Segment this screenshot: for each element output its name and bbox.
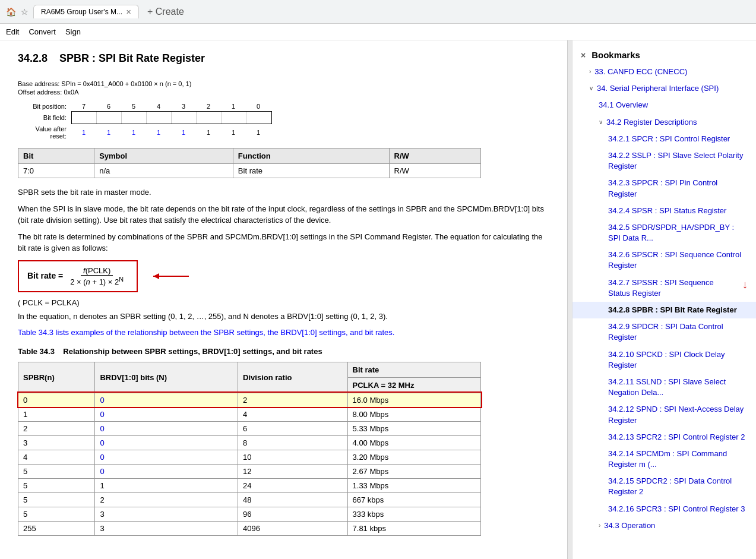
sidebar-header: × Bookmarks xyxy=(572,46,756,64)
sidebar-item[interactable]: 34.2.1 SPCR : SPI Control Register xyxy=(572,131,756,147)
svg-marker-1 xyxy=(153,273,159,279)
col-pclka: PCLKA = 32 MHz xyxy=(347,377,480,393)
sidebar-item[interactable]: ∨34.2 Register Descriptions xyxy=(572,114,756,131)
menu-convert[interactable]: Convert xyxy=(29,27,56,36)
col-div: Division ratio xyxy=(238,362,347,393)
reg-symbol: n/a xyxy=(94,164,233,178)
star-icon[interactable]: ☆ xyxy=(21,7,29,17)
bf-3 xyxy=(172,112,197,124)
table-row: 5396333 kbps xyxy=(18,507,481,521)
offset-address: Offset address: 0x0A xyxy=(18,89,549,96)
bookmark-label: 34.2.11 SSLND : SPI Slave Select Negatio… xyxy=(608,377,748,398)
bit-pos-1: 1 xyxy=(221,103,246,110)
new-tab-button[interactable]: + Create xyxy=(144,5,188,18)
main-layout: 34.2.8 SPBR : SPI Bit Rate Register Base… xyxy=(0,40,756,559)
table-row: 50122.67 Mbps xyxy=(18,464,481,478)
bit-pos-0: 0 xyxy=(246,103,271,110)
register-table: Bit Symbol Function R/W 7:0 n/a Bit rate… xyxy=(18,148,481,178)
value-after-reset-cells: 1 1 1 1 1 1 1 1 xyxy=(71,129,271,136)
sidebar-item[interactable]: ›34.3 Operation xyxy=(572,517,756,534)
desc-line-6[interactable]: Table 34.3 lists examples of the relatio… xyxy=(18,327,549,339)
sidebar-item[interactable]: 34.2.16 SPCR3 : SPI Control Register 3 xyxy=(572,501,756,517)
bookmark-label: 34.2.10 SPCKD : SPI Clock Delay Register xyxy=(608,349,748,371)
sidebar-item[interactable]: 34.2.8 SPBR : SPI Bit Rate Register xyxy=(572,302,756,318)
bookmark-label: 34.2 Register Descriptions xyxy=(606,117,748,128)
menu-edit[interactable]: Edit xyxy=(6,27,19,36)
table-caption-id: Table 34.3 xyxy=(18,347,55,356)
bit-pos-7: 7 xyxy=(71,103,96,110)
bf-2 xyxy=(197,112,222,124)
sidebar-item[interactable]: 34.2.10 SPCKD : SPI Clock Delay Register xyxy=(572,346,756,374)
table-row: 2065.33 Mbps xyxy=(18,421,481,435)
bookmark-label: 34.2.12 SPND : SPI Next-Access Delay Reg… xyxy=(608,404,748,425)
bit-pos-5: 5 xyxy=(121,103,146,110)
sidebar-item[interactable]: 34.2.15 SPDCR2 : SPI Data Control Regist… xyxy=(572,473,756,500)
scroll-separator xyxy=(567,40,572,559)
bookmark-label: 34.2.16 SPCR3 : SPI Control Register 3 xyxy=(608,504,748,514)
bit-pos-6: 6 xyxy=(96,103,121,110)
reg-col-rw: R/W xyxy=(389,149,481,164)
bookmark-label: 34.2.8 SPBR : SPI Bit Rate Register xyxy=(608,305,748,315)
bookmark-label: 34.2.9 SPDCR : SPI Data Control Register xyxy=(608,321,748,343)
sidebar-item[interactable]: 34.2.5 SPDR/SPDR_HA/SPDR_BY : SPI Data R… xyxy=(572,219,756,247)
sidebar-item[interactable]: 34.1 Overview xyxy=(572,97,756,113)
bit-position-label: Bit position: xyxy=(18,103,71,110)
sidebar-items-container: ›33. CANFD ECC (CNECC)∨34. Serial Periph… xyxy=(572,64,756,534)
val-1: 1 xyxy=(221,129,246,136)
bookmark-label: 34.2.5 SPDR/SPDR_HA/SPDR_BY : SPI Data R… xyxy=(608,222,748,244)
table-row: 3084.00 Mbps xyxy=(18,435,481,450)
table-caption: Table 34.3 Relationship between SPBR set… xyxy=(18,347,549,356)
formula-fraction: f(PCLK) 2 × (n + 1) × 2N xyxy=(68,266,126,286)
table-row: 51241.33 Mbps xyxy=(18,478,481,492)
sidebar-item[interactable]: 34.2.9 SPDCR : SPI Data Control Register xyxy=(572,318,756,346)
reg-col-function: Function xyxy=(233,149,389,164)
col-brdv: BRDV[1:0] bits (N) xyxy=(95,362,238,393)
menu-sign[interactable]: Sign xyxy=(65,27,81,36)
sidebar-item[interactable]: 34.2.2 SSLP : SPI Slave Select Polarity … xyxy=(572,147,756,175)
val-7: 1 xyxy=(71,129,96,136)
sidebar-item[interactable]: 34.2.4 SPSR : SPI Status Register xyxy=(572,203,756,219)
relationship-table: SPBR(n) BRDV[1:0] bits (N) Division rati… xyxy=(18,362,481,536)
reg-rw: R/W xyxy=(389,164,481,178)
formula-box: Bit rate = f(PCLK) 2 × (n + 1) × 2N xyxy=(18,260,138,292)
desc-line-5: In the equation, n denotes an SPBR setti… xyxy=(18,311,549,323)
desc-line-1: SPBR sets the bit rate in master mode. xyxy=(18,187,549,198)
sidebar-item[interactable]: 34.2.13 SPCR2 : SPI Control Register 2 xyxy=(572,429,756,446)
bit-field-label: Bit field: xyxy=(18,114,71,121)
red-arrow-indicator: ↓ xyxy=(742,277,748,292)
sidebar-item[interactable]: 34.2.11 SSLND : SPI Slave Select Negatio… xyxy=(572,374,756,401)
home-icon[interactable]: 🏠 xyxy=(6,7,16,17)
sidebar-item[interactable]: ∨34. Serial Peripheral Interface (SPI) xyxy=(572,80,756,97)
fraction-denominator: 2 × (n + 1) × 2N xyxy=(68,276,126,286)
sidebar-item[interactable]: ›33. CANFD ECC (CNECC) xyxy=(572,64,756,80)
table-row: 255340967.81 kbps xyxy=(18,521,481,535)
sidebar-item[interactable]: 34.2.14 SPCMDm : SPI Command Register m … xyxy=(572,446,756,473)
sidebar-item[interactable]: 34.2.6 SPSCR : SPI Sequence Control Regi… xyxy=(572,247,756,274)
sidebar-item[interactable]: 34.2.7 SPSSR : SPI Sequence Status Regis… xyxy=(572,274,756,302)
chevron-icon: ∨ xyxy=(589,84,593,93)
tab-close-button[interactable]: ✕ xyxy=(126,8,131,16)
sidebar-item[interactable]: 34.2.12 SPND : SPI Next-Access Delay Reg… xyxy=(572,401,756,428)
bit-pos-3: 3 xyxy=(171,103,196,110)
bookmark-label: 34.2.6 SPSCR : SPI Sequence Control Regi… xyxy=(608,250,748,271)
reg-col-symbol: Symbol xyxy=(94,149,233,164)
content-area[interactable]: 34.2.8 SPBR : SPI Bit Rate Register Base… xyxy=(0,40,567,559)
val-4: 1 xyxy=(146,129,171,136)
bookmark-label: 34. Serial Peripheral Interface (SPI) xyxy=(597,83,748,94)
sidebar-close-button[interactable]: × xyxy=(581,50,586,60)
bookmark-label: 34.2.4 SPSR : SPI Status Register xyxy=(608,206,748,216)
bit-pos-4: 4 xyxy=(146,103,171,110)
bit-diagram: Bit position: 7 6 5 4 3 2 1 0 Bit field: xyxy=(18,103,549,140)
browser-tab[interactable]: RA6M5 Group User's M... ✕ xyxy=(33,5,139,18)
red-arrow-svg xyxy=(147,267,195,285)
base-address: Base address: SPIn = 0x4011_A000 + 0x010… xyxy=(18,80,549,87)
val-2: 1 xyxy=(196,129,221,136)
desc-line-2: When the SPI is in slave mode, the bit r… xyxy=(18,203,549,226)
bookmark-label: 34.2.13 SPCR2 : SPI Control Register 2 xyxy=(608,432,748,443)
sidebar-title: Bookmarks xyxy=(591,50,640,60)
table-row: 7:0 n/a Bit rate R/W xyxy=(18,164,481,178)
sidebar-item[interactable]: 34.2.3 SPPCR : SPI Pin Control Register xyxy=(572,175,756,202)
reg-bit: 7:0 xyxy=(18,164,94,178)
bf-1 xyxy=(222,112,246,124)
bf-5 xyxy=(122,112,147,124)
